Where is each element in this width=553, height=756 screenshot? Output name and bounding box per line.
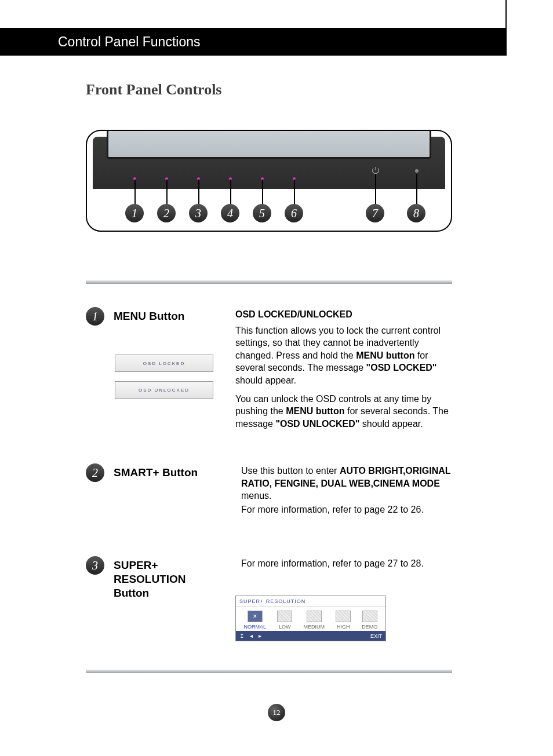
sr-swatch-low <box>277 611 292 622</box>
desc-superres-button: For more information, refer to page 27 t… <box>241 557 452 576</box>
section-subtitle: Front Panel Controls <box>86 81 221 98</box>
sr-swatch-high <box>336 611 351 622</box>
diagram-num-5: 5 <box>253 204 271 222</box>
sr-footer: ↥ ◂ ▸ EXIT <box>236 631 385 641</box>
diagram-num-1: 1 <box>125 204 144 222</box>
bullet-1: 1 <box>86 307 104 326</box>
up-arrow-icon: ↥ <box>239 633 244 639</box>
divider-bottom <box>86 670 452 673</box>
sr-options-row: NORMAL LOW MEDIUM HIGH DEMO <box>236 607 385 631</box>
diagram-num-2: 2 <box>157 204 176 222</box>
diagram-num-7: 7 <box>366 204 384 222</box>
page-number: 12 <box>268 704 285 721</box>
label-menu-button: MENU Button <box>114 309 224 323</box>
sr-opt-normal: NORMAL <box>244 611 267 630</box>
divider-top <box>86 280 452 284</box>
monitor-screen <box>107 130 431 159</box>
front-panel-diagram: 1 2 3 4 5 6 7 8 <box>86 130 452 232</box>
power-led <box>415 169 419 173</box>
osd-unlocked-box: OSD UNLOCKED <box>115 381 213 399</box>
sr-opt-low: LOW <box>277 611 292 630</box>
lead-3 <box>198 180 199 205</box>
diagram-num-6: 6 <box>285 204 303 222</box>
sr-swatch-medium <box>307 611 322 622</box>
monitor-bezel <box>93 137 445 189</box>
right-arrow-icon: ▸ <box>259 633 261 639</box>
osd-locked-box: OSD LOCKED <box>115 355 213 372</box>
sr-title: SUPER+ RESOLUTION <box>236 596 385 607</box>
osd-p2: You can unlock the OSD controls at any t… <box>235 393 452 430</box>
header-title: Control Panel Functions <box>58 34 200 50</box>
osd-p1: This function allows you to lock the cur… <box>235 324 452 387</box>
smart-p2: For more information, refer to page 22 t… <box>241 503 452 516</box>
super-resolution-widget: SUPER+ RESOLUTION NORMAL LOW MEDIUM HIGH… <box>235 596 386 641</box>
sr-opt-high: HIGH <box>336 611 351 630</box>
sr-opt-demo: DEMO <box>362 611 377 630</box>
diagram-num-3: 3 <box>189 204 208 222</box>
sr-exit: EXIT <box>370 633 382 639</box>
sr-swatch-demo <box>362 611 377 622</box>
smart-p1: Use this button to enter AUTO BRIGHT,ORI… <box>241 465 452 502</box>
lead-7 <box>375 174 376 205</box>
bullet-3: 3 <box>86 556 104 575</box>
lead-4 <box>230 180 231 205</box>
label-superres-button: SUPER+ RESOLUTION Button <box>114 558 224 600</box>
superres-p1: For more information, refer to page 27 t… <box>241 557 452 570</box>
header-bar: Control Panel Functions <box>0 28 507 56</box>
diagram-num-4: 4 <box>221 204 239 222</box>
lead-8 <box>416 174 417 205</box>
lead-5 <box>262 180 263 205</box>
bullet-2: 2 <box>86 463 104 482</box>
sr-opt-medium: MEDIUM <box>303 611 325 630</box>
lead-1 <box>134 180 136 205</box>
sr-swatch-normal <box>248 611 263 622</box>
osd-heading: OSD LOCKED/UNLOCKED <box>235 308 452 321</box>
lead-2 <box>166 180 168 205</box>
desc-smart-button: Use this button to enter AUTO BRIGHT,ORI… <box>241 465 452 521</box>
lead-6 <box>294 180 295 205</box>
desc-menu-button: OSD LOCKED/UNLOCKED This function allows… <box>235 308 452 436</box>
diagram-num-8: 8 <box>407 204 425 222</box>
label-smart-button: SMART+ Button <box>114 466 224 480</box>
left-arrow-icon: ◂ <box>250 633 253 639</box>
